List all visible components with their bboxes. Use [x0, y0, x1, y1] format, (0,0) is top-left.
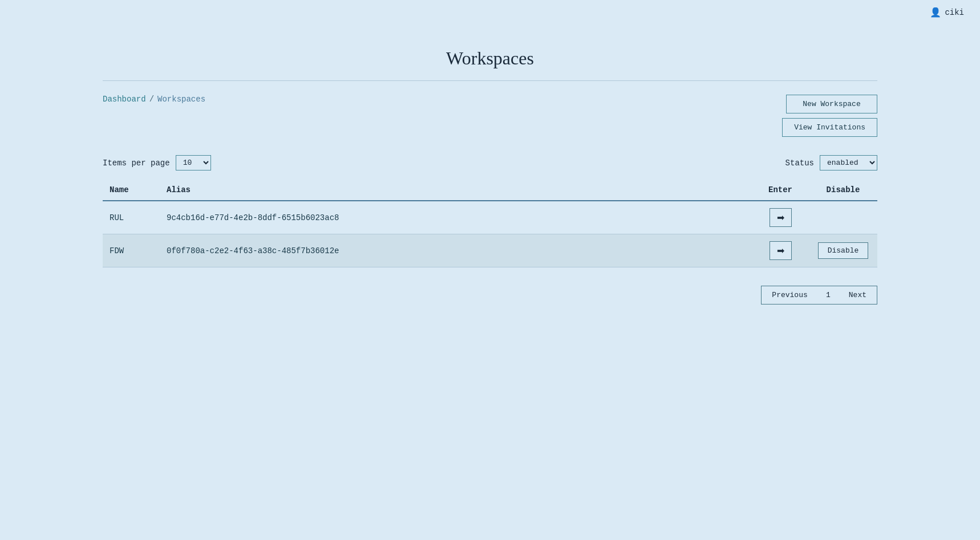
table-header-row: Name Alias Enter Disable — [103, 180, 877, 201]
enter-workspace-button[interactable]: ➡ — [770, 241, 792, 260]
workspace-name: RUL — [103, 201, 160, 234]
main-content: Workspaces Dashboard / Workspaces New Wo… — [0, 25, 980, 304]
table-row: FDW0f0f780a-c2e2-4f63-a38c-485f7b36012e➡… — [103, 234, 877, 267]
workspace-alias: 9c4cb16d-e77d-4e2b-8ddf-6515b6023ac8 — [160, 201, 752, 234]
new-workspace-button[interactable]: New Workspace — [786, 95, 877, 113]
col-header-enter: Enter — [752, 180, 809, 201]
breadcrumb: Dashboard / Workspaces — [103, 95, 205, 104]
username-label: ciki — [945, 8, 964, 17]
workspace-name: FDW — [103, 234, 160, 267]
status-filter-control: Status enabled disabled all — [785, 155, 877, 170]
col-header-name: Name — [103, 180, 160, 201]
status-filter-select[interactable]: enabled disabled all — [820, 155, 877, 170]
enter-workspace-button[interactable]: ➡ — [770, 208, 792, 227]
status-filter-label: Status — [785, 159, 814, 168]
disable-workspace-button[interactable]: Disable — [818, 242, 869, 259]
workspace-disable-cell: Disable — [809, 234, 877, 267]
title-divider — [103, 80, 877, 81]
controls-row: Items per page 10 25 50 100 Status enabl… — [103, 155, 877, 170]
user-info: 👤 ciki — [930, 7, 964, 18]
current-page-number: 1 — [818, 286, 839, 304]
items-per-page-label: Items per page — [103, 159, 170, 168]
user-icon: 👤 — [930, 7, 941, 18]
table-row: RUL9c4cb16d-e77d-4e2b-8ddf-6515b6023ac8➡ — [103, 201, 877, 234]
col-header-disable: Disable — [809, 180, 877, 201]
top-bar: 👤 ciki — [0, 0, 980, 25]
breadcrumb-current: Workspaces — [157, 95, 205, 104]
breadcrumb-separator: / — [149, 95, 154, 104]
workspace-enter-cell: ➡ — [752, 201, 809, 234]
col-header-alias: Alias — [160, 180, 752, 201]
breadcrumb-dashboard-link[interactable]: Dashboard — [103, 95, 146, 104]
workspace-alias: 0f0f780a-c2e2-4f63-a38c-485f7b36012e — [160, 234, 752, 267]
next-button[interactable]: Next — [839, 286, 877, 304]
workspace-disable-cell — [809, 201, 877, 234]
items-per-page-control: Items per page 10 25 50 100 — [103, 155, 211, 170]
enter-arrow-icon: ➡ — [777, 212, 784, 223]
previous-button[interactable]: Previous — [761, 286, 817, 304]
workspace-enter-cell: ➡ — [752, 234, 809, 267]
workspace-table: Name Alias Enter Disable RUL9c4cb16d-e77… — [103, 180, 877, 267]
items-per-page-select[interactable]: 10 25 50 100 — [176, 155, 211, 170]
breadcrumb-actions-row: Dashboard / Workspaces New Workspace Vie… — [103, 95, 877, 137]
enter-arrow-icon: ➡ — [777, 245, 784, 256]
view-invitations-button[interactable]: View Invitations — [782, 118, 877, 137]
pagination: Previous 1 Next — [103, 286, 877, 304]
action-buttons: New Workspace View Invitations — [782, 95, 877, 137]
page-title: Workspaces — [103, 25, 877, 80]
